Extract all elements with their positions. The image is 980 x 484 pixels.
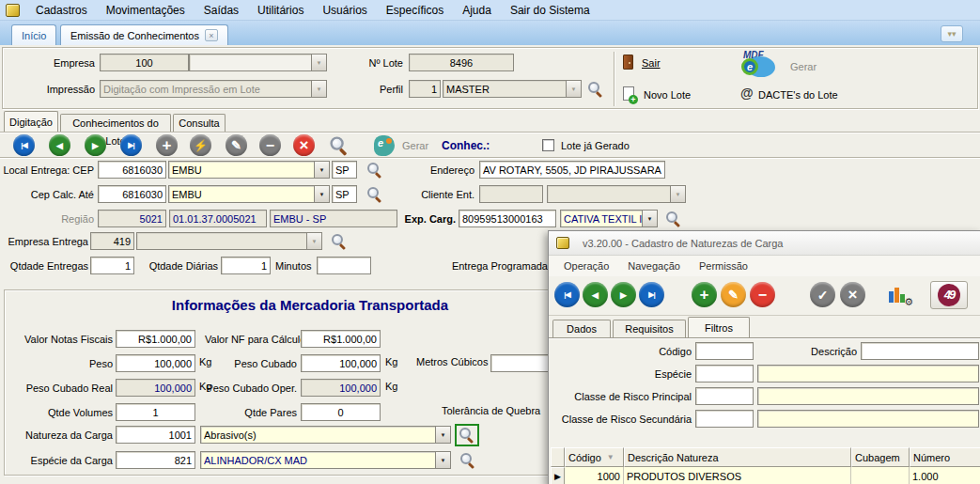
endereco-field[interactable]: AV ROTARY, 5505, JD PIRAJUSSARA <box>479 161 665 179</box>
local-cidade-combo[interactable]: EMBU <box>168 161 330 179</box>
menu-usuarios[interactable]: Usuários <box>314 1 375 20</box>
cancel-button[interactable] <box>840 282 865 307</box>
grid-header-cubagem[interactable]: Cubagem <box>851 447 910 467</box>
nav-first-button[interactable] <box>554 282 580 307</box>
qtd-entregas-field[interactable]: 1 <box>90 257 134 274</box>
chevron-down-icon[interactable] <box>311 55 326 70</box>
empresa-entrega-search-icon[interactable] <box>331 233 348 250</box>
empresa-combo[interactable] <box>189 54 327 71</box>
valor-nf-field[interactable]: R$1.000,00 <box>116 330 195 348</box>
add-record-button[interactable] <box>156 134 178 156</box>
cep-calc-uf-field[interactable]: SP <box>332 185 357 203</box>
gerar-mdfe-button[interactable]: Gerar <box>790 61 817 72</box>
nav-last-button[interactable] <box>120 134 142 156</box>
dialog-titlebar[interactable]: v3.20.00 - Cadastro de Naturezas de Carg… <box>549 231 980 256</box>
grid-cell-cubagem[interactable] <box>851 467 910 484</box>
minutos-field[interactable] <box>317 257 371 274</box>
chevron-down-icon[interactable] <box>435 427 450 443</box>
menu-cadastros[interactable]: Cadastros <box>27 1 96 20</box>
especie-search-icon[interactable] <box>459 452 476 469</box>
empresa-entrega-combo[interactable] <box>136 232 322 250</box>
grid-header-codigo[interactable]: Código ▼ <box>565 447 624 467</box>
grid-header-descricao[interactable]: Descrição Natureza <box>624 447 851 467</box>
qtd-diarias-field[interactable]: 1 <box>221 257 271 274</box>
lote-gerado-checkbox[interactable] <box>542 139 554 151</box>
perfil-search-icon[interactable] <box>587 81 604 98</box>
tab-digitacao[interactable]: Digitação <box>4 111 58 132</box>
sair-button[interactable]: Sair <box>642 57 661 69</box>
search-records-icon[interactable] <box>329 135 350 156</box>
valor-calc-field[interactable]: R$1.000,00 <box>301 330 381 348</box>
chevron-down-icon[interactable] <box>306 233 321 249</box>
lightning-button[interactable] <box>190 134 211 156</box>
grid-cell-codigo[interactable]: 1000 <box>565 467 624 484</box>
tab-emissao-conhecimentos[interactable]: Emissão de Conhecimentos × <box>60 24 228 45</box>
chevron-down-icon[interactable] <box>435 452 450 468</box>
chevron-down-icon[interactable] <box>642 211 657 226</box>
qtde-pares-field[interactable]: 0 <box>301 403 381 421</box>
classe-risco-principal-field[interactable] <box>695 387 754 405</box>
nav-prev-button[interactable] <box>583 282 608 307</box>
menu-sair-sistema[interactable]: Sair do Sistema <box>502 1 599 20</box>
close-tab-icon[interactable]: × <box>205 29 218 41</box>
nav-next-button[interactable] <box>611 282 636 307</box>
confirm-button[interactable] <box>810 282 835 307</box>
especie-filter-code-field[interactable] <box>695 365 754 383</box>
grid-cell-descricao[interactable]: PRODUTOS DIVERSOS <box>624 467 851 484</box>
edit-record-button[interactable] <box>226 134 247 156</box>
cancel-record-button[interactable] <box>293 134 315 156</box>
cep-calc-cidade-combo[interactable]: EMBU <box>168 185 330 203</box>
chevron-down-icon[interactable] <box>314 162 329 178</box>
badge-49-button[interactable]: 49 <box>930 281 968 309</box>
chevron-down-icon[interactable] <box>566 81 581 97</box>
cte-gerar-icon[interactable] <box>374 135 395 156</box>
natureza-search-icon[interactable] <box>459 427 475 444</box>
natureza-code-field[interactable]: 1001 <box>116 426 195 444</box>
menu-navegacao[interactable]: Navegação <box>620 258 688 273</box>
menu-ajuda[interactable]: Ajuda <box>454 1 500 20</box>
tab-conhecimentos-lote[interactable]: Conhecimentos do Lote <box>60 114 171 132</box>
cep-calc-search-icon[interactable] <box>366 186 383 203</box>
menu-operacao[interactable]: Operação <box>556 258 616 273</box>
descricao-filter-field[interactable] <box>861 342 979 360</box>
local-cep-field[interactable]: 6816030 <box>98 161 166 179</box>
classe-risco-secundaria-field[interactable] <box>695 410 754 428</box>
tab-inicio[interactable]: Início <box>11 24 56 45</box>
dacte-lote-button[interactable]: DACTE's do Lote <box>758 89 838 101</box>
mdfe-logo-icon[interactable]: MDF e <box>738 50 783 78</box>
tab-filtros[interactable]: Filtros <box>688 317 750 337</box>
natureza-search-highlight[interactable] <box>455 424 479 446</box>
chevron-down-icon[interactable] <box>311 81 326 97</box>
tab-consulta[interactable]: Consulta <box>173 114 226 132</box>
menu-especificos[interactable]: Específicos <box>378 1 452 20</box>
menu-utilitarios[interactable]: Utilitários <box>249 1 312 20</box>
tabs-overflow-icon[interactable]: ▾▾ <box>941 25 963 42</box>
local-uf-field[interactable]: SP <box>332 161 357 179</box>
local-search-icon[interactable] <box>366 162 383 179</box>
especie-combo[interactable]: ALINHADOR/CX MAD <box>200 451 451 469</box>
peso-cubado-field[interactable]: 100,000 <box>301 354 381 372</box>
tab-requisitos[interactable]: Requisitos <box>613 320 686 337</box>
cep-calc-field[interactable]: 6816030 <box>98 185 166 203</box>
tab-dados[interactable]: Dados <box>552 320 611 337</box>
qtde-volumes-field[interactable]: 1 <box>116 403 195 421</box>
nav-last-button[interactable] <box>639 282 664 307</box>
menu-saidas[interactable]: Saídas <box>195 1 247 20</box>
exp-carg-cnpj-field[interactable]: 80959513000163 <box>459 210 556 227</box>
exp-carg-combo[interactable]: CATIVA TEXTIL IN <box>560 210 658 227</box>
menu-movimentacoes[interactable]: Movimentações <box>98 1 194 20</box>
grid-cell-numero[interactable]: 1.000 <box>910 467 980 484</box>
natureza-combo[interactable]: Abrasivo(s) <box>200 426 451 444</box>
impressao-combo[interactable]: Digitação com Impressão em Lote <box>100 80 327 98</box>
nav-first-button[interactable] <box>13 134 35 156</box>
especie-code-field[interactable]: 821 <box>116 451 195 469</box>
menu-permissao[interactable]: Permissão <box>692 258 755 273</box>
edit-button[interactable] <box>721 282 746 307</box>
delete-record-button[interactable] <box>259 134 281 156</box>
codigo-filter-field[interactable] <box>695 342 754 360</box>
chevron-down-icon[interactable] <box>314 186 329 202</box>
nav-next-button[interactable] <box>85 134 106 156</box>
peso-field[interactable]: 100,000 <box>116 354 195 372</box>
perfil-combo[interactable]: MASTER <box>443 80 582 98</box>
novo-lote-button[interactable]: Novo Lote <box>644 89 691 101</box>
